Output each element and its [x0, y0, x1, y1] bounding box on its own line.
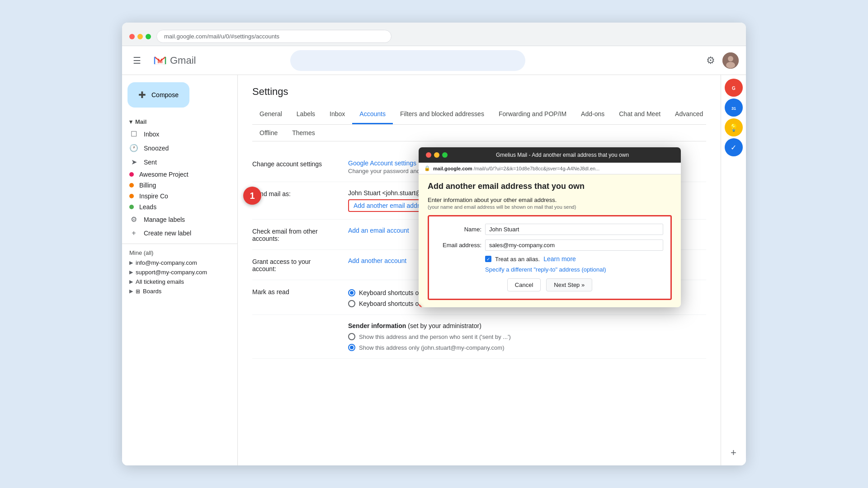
keyboard-off-radio[interactable]: [348, 289, 355, 296]
sidebar-item-inspire-co[interactable]: Inspire Co: [122, 191, 230, 202]
clock-icon: 🕐: [129, 144, 138, 152]
tab-advanced[interactable]: Advanced: [668, 105, 710, 124]
send-icon: ➤: [129, 158, 138, 166]
close-button[interactable]: [129, 34, 135, 39]
email-input[interactable]: [485, 239, 663, 251]
show-only-label: Show this address only (john.stuart@my-c…: [359, 344, 504, 351]
mine-all-item-boards[interactable]: ▶ ⊞ Boards: [129, 286, 230, 296]
gmail-app: ☰ M Gmail ⚙: [122, 46, 746, 465]
treat-alias-row[interactable]: ✓ Treat as an alias. Learn more: [436, 255, 663, 263]
add-another-account-link[interactable]: Add another account: [348, 257, 406, 264]
search-bar[interactable]: [290, 50, 525, 71]
tab-forwarding[interactable]: Forwarding and POP/IM: [491, 105, 574, 124]
show-only-radio[interactable]: [348, 344, 355, 351]
bulb-icon: 💡: [729, 123, 738, 132]
tasks-sidebar-icon[interactable]: ✓: [725, 138, 743, 156]
sidebar-item-sent[interactable]: ➤ Sent: [122, 155, 230, 169]
lock-icon: 🔒: [424, 165, 430, 171]
arrow-right-icon: ▶: [129, 279, 133, 285]
page-title: Settings: [252, 86, 706, 98]
mine-all-item-label: info@my-company.com: [136, 259, 197, 266]
gear-icon: ⚙: [129, 215, 138, 224]
sidebar-item-label: Awesome Project: [139, 171, 189, 178]
plus-icon: +: [731, 447, 736, 459]
settings-label-keyboard: Mark as read: [252, 287, 334, 307]
subtab-themes[interactable]: Themes: [285, 125, 322, 141]
tab-general[interactable]: General: [252, 105, 289, 124]
learn-more-link[interactable]: Learn more: [543, 255, 576, 263]
modal-url-bar[interactable]: 🔒 mail.google.com /mail/u/0/?ui=2&ik=10d…: [419, 163, 681, 174]
treat-alias-checkbox[interactable]: ✓: [485, 256, 491, 262]
tab-filters[interactable]: Filters and blocked addresses: [393, 105, 491, 124]
calendar-sidebar-icon[interactable]: 31: [725, 99, 743, 117]
show-both-radio[interactable]: [348, 333, 355, 340]
tab-labels[interactable]: Labels: [289, 105, 322, 124]
settings-label-sender: [252, 322, 334, 351]
add-email-account-link[interactable]: Add an email account: [348, 227, 409, 234]
modal-maximize-button[interactable]: [442, 152, 448, 158]
sidebar-item-billing[interactable]: Billing: [122, 180, 230, 191]
compose-button[interactable]: ✚ Compose: [127, 82, 189, 108]
svg-text:M: M: [157, 57, 163, 65]
cancel-button[interactable]: Cancel: [507, 278, 541, 291]
modal-window-controls[interactable]: [426, 152, 448, 158]
gmail-body: ✚ Compose ▾ Mail ☐ Inbox 🕐 Snoozed ➤: [122, 75, 746, 465]
sidebar-item-awesome-project[interactable]: Awesome Project: [122, 169, 230, 180]
settings-gear-icon[interactable]: ⚙: [706, 55, 715, 66]
email-label: Email address:: [436, 242, 481, 249]
form-name-row: Name:: [436, 224, 663, 235]
reply-to-optional: (optional): [582, 266, 606, 273]
subtab-offline[interactable]: Offline: [252, 125, 285, 141]
mine-all-item-ticketing[interactable]: ▶ All ticketing emails: [129, 277, 230, 286]
modal-subtitle-note: (your name and email address will be sho…: [428, 204, 672, 210]
mine-all-item-info[interactable]: ▶ info@my-company.com: [129, 258, 230, 267]
mail-section-label: ▾ Mail: [122, 115, 237, 127]
sidebar-item-manage-labels[interactable]: ⚙ Manage labels: [122, 212, 230, 226]
mine-all-item-support[interactable]: ▶ support@my-company.com: [129, 267, 230, 277]
form-email-row: Email address:: [436, 239, 663, 251]
modal-subtitle: Enter information about your other email…: [428, 197, 672, 203]
keep-sidebar-icon[interactable]: 💡: [725, 118, 743, 136]
minimize-button[interactable]: [137, 34, 143, 39]
sidebar-item-leads[interactable]: Leads: [122, 202, 230, 212]
sidebar-item-snoozed[interactable]: 🕐 Snoozed: [122, 141, 230, 155]
address-bar[interactable]: mail.google.com/mail/u/0/#settings/accou…: [156, 30, 392, 43]
modal-minimize-button[interactable]: [434, 152, 439, 158]
sidebar-divider: [122, 244, 237, 244]
menu-icon[interactable]: ☰: [129, 52, 145, 70]
tab-chat[interactable]: Chat and Meet: [612, 105, 668, 124]
sender-show-only-option[interactable]: Show this address only (john.stuart@my-c…: [348, 344, 706, 351]
google-account-settings-link[interactable]: Google Account settings: [348, 160, 416, 167]
maximize-button[interactable]: [146, 34, 151, 39]
settings-row-sender-info: Sender information (set by your administ…: [252, 315, 706, 359]
modal-close-button[interactable]: [426, 152, 431, 158]
add-app-button[interactable]: +: [725, 444, 743, 462]
right-sidebar: G 31 💡 ✓ +: [721, 75, 746, 465]
window-controls[interactable]: [129, 34, 151, 39]
sidebar-item-label: Leads: [139, 203, 156, 211]
sender-info-title: Sender information (set by your administ…: [348, 322, 706, 329]
inbox-icon: ☐: [129, 130, 138, 138]
sidebar-item-label: Create new label: [144, 230, 191, 237]
sidebar: ✚ Compose ▾ Mail ☐ Inbox 🕐 Snoozed ➤: [122, 75, 238, 465]
tab-inbox[interactable]: Inbox: [322, 105, 352, 124]
tab-accounts[interactable]: Accounts: [352, 105, 393, 124]
gmail-header: ☰ M Gmail ⚙: [122, 46, 746, 75]
plus-icon: +: [129, 229, 138, 237]
reply-to-link[interactable]: Specify a different "reply-to" address (…: [436, 266, 663, 273]
next-step-button[interactable]: Next Step »: [546, 278, 592, 291]
user-avatar[interactable]: [722, 52, 739, 69]
sidebar-item-inbox[interactable]: ☐ Inbox: [122, 127, 230, 141]
modal-main-title: Add another email address that you own: [428, 182, 672, 191]
tab-addons[interactable]: Add-ons: [574, 105, 612, 124]
sidebar-item-create-label[interactable]: + Create new label: [122, 226, 230, 240]
modal-buttons: Cancel Next Step »: [436, 278, 663, 291]
gmail-sidebar-icon[interactable]: G: [725, 79, 743, 97]
sender-show-both-option[interactable]: Show this address and the person who sen…: [348, 333, 706, 340]
show-both-label: Show this address and the person who sen…: [359, 333, 511, 340]
sender-info-note: (set by your administrator): [408, 322, 481, 329]
name-input[interactable]: [485, 224, 663, 235]
settings-tabs: General Labels Inbox Accounts Filters an…: [252, 105, 706, 125]
gmail-wordmark: Gmail: [170, 55, 196, 66]
keyboard-on-radio[interactable]: [348, 300, 355, 307]
